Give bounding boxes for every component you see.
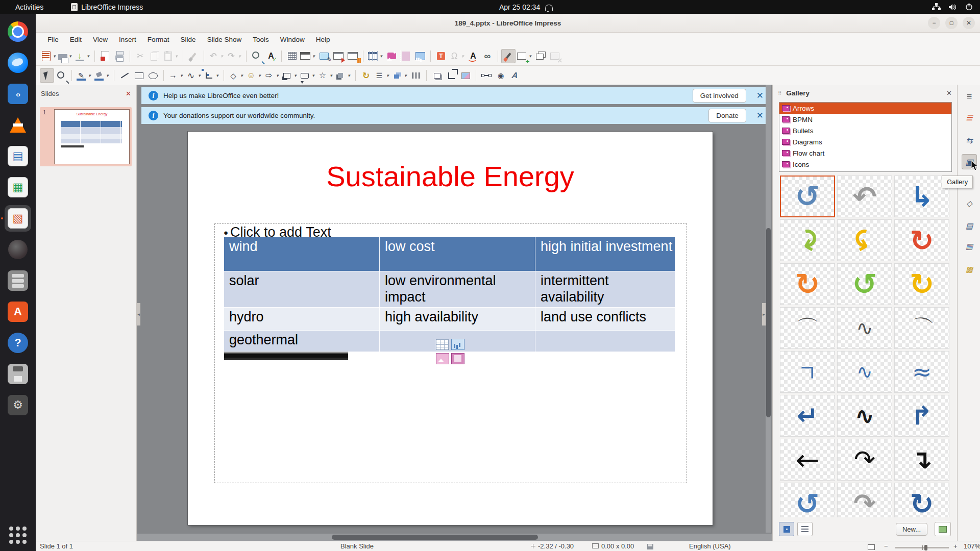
zoom-button[interactable] xyxy=(54,68,68,83)
dock-item-software[interactable]: A xyxy=(5,298,31,325)
paste-dropdown-icon[interactable] xyxy=(174,49,179,63)
list-view-toggle[interactable] xyxy=(797,522,813,536)
gallery-thumbnail[interactable]: ↺ xyxy=(837,263,892,305)
delete-slide-button[interactable] xyxy=(548,49,562,63)
arrange-button[interactable] xyxy=(391,68,409,83)
gluepoints-button[interactable] xyxy=(494,68,508,83)
gallery-thumbnail[interactable]: ≈ xyxy=(894,351,949,393)
start-from-first-slide-button[interactable] xyxy=(331,49,346,63)
status-save-indicator[interactable] xyxy=(647,543,653,551)
menu-file[interactable]: File xyxy=(42,34,64,45)
close-button[interactable]: ✕ xyxy=(963,17,975,29)
master-slide-button[interactable] xyxy=(317,49,331,63)
zoom-out-button[interactable]: − xyxy=(884,542,888,550)
line-color-dropdown-icon[interactable] xyxy=(87,68,92,83)
sidebar-navigator-button[interactable]: ▩ xyxy=(962,262,977,277)
hyperlink-button[interactable] xyxy=(480,49,495,63)
gallery-thumbnail[interactable]: ↻ xyxy=(894,263,949,305)
insert-text-box-button[interactable] xyxy=(434,49,448,63)
zoom-in-button[interactable]: + xyxy=(953,542,958,550)
table-cell[interactable] xyxy=(535,331,675,352)
dock-item-help[interactable]: ? xyxy=(5,330,31,356)
donate-button[interactable]: Donate xyxy=(708,109,746,122)
rotate-button[interactable] xyxy=(359,68,373,83)
insert-chart-button[interactable] xyxy=(413,49,427,63)
gallery-thumbnail[interactable]: ↺ xyxy=(780,176,835,217)
new-document-dropdown-icon[interactable] xyxy=(52,49,57,63)
distribute-button[interactable] xyxy=(409,68,423,83)
embedded-image-strip[interactable] xyxy=(224,352,348,360)
status-language[interactable]: English (USA) xyxy=(689,542,731,550)
get-involved-button[interactable]: Get involved xyxy=(693,89,746,103)
maximize-button[interactable]: ▢ xyxy=(945,17,958,29)
arrange-dropdown-icon[interactable] xyxy=(403,68,408,83)
sidebar-master-slides-button[interactable]: ▤ xyxy=(962,218,977,234)
fontwork-gallery-button[interactable] xyxy=(508,68,522,83)
new-slide-button[interactable] xyxy=(516,49,533,63)
lines-arrows-dropdown-icon[interactable] xyxy=(179,68,184,83)
block-arrows-dropdown-icon[interactable] xyxy=(275,68,280,83)
copy-button[interactable] xyxy=(148,49,162,63)
flowchart-button[interactable] xyxy=(281,68,299,83)
redo-dropdown-icon[interactable] xyxy=(237,49,242,63)
insert-chart-placeholder-icon[interactable] xyxy=(451,339,464,350)
gallery-insert-button[interactable] xyxy=(935,522,951,536)
insert-image-placeholder-icon[interactable] xyxy=(436,353,449,364)
save-button[interactable] xyxy=(74,49,91,63)
slide-thumbnail-item[interactable]: 1 Sustainable Energy xyxy=(40,107,132,166)
gallery-thumbnail[interactable]: ⌒ xyxy=(780,307,835,349)
special-character-dropdown-icon[interactable] xyxy=(460,49,465,63)
titlebar[interactable]: 189_4.pptx - LibreOffice Impress − ▢ ✕ xyxy=(36,14,980,33)
insert-table-placeholder-icon[interactable] xyxy=(436,339,449,350)
gallery-thumbnail[interactable]: ∿ xyxy=(837,395,892,437)
slide-thumbnail[interactable]: Sustainable Energy xyxy=(54,109,130,164)
special-character-button[interactable] xyxy=(448,49,466,63)
horizontal-scrollbar-thumb[interactable] xyxy=(332,535,538,540)
gallery-thumbnail[interactable]: ∿ xyxy=(837,351,892,393)
system-status-area[interactable] xyxy=(932,0,973,14)
gallery-thumbnail[interactable]: ∟ xyxy=(780,351,835,393)
duplicate-slide-button[interactable] xyxy=(533,49,548,63)
gallery-thumbnail[interactable]: ⌒ xyxy=(894,307,949,349)
table-cell[interactable]: low environmental impact xyxy=(380,271,535,308)
status-layout-name[interactable]: Blank Slide xyxy=(340,542,374,550)
menu-view[interactable]: View xyxy=(87,34,113,45)
focused-app-indicator[interactable]: LibreOffice Impress xyxy=(71,3,143,11)
gallery-theme-bullets[interactable]: Bullets xyxy=(779,125,951,136)
fill-color-button[interactable] xyxy=(93,68,111,83)
menu-edit[interactable]: Edit xyxy=(64,34,87,45)
3d-objects-dropdown-icon[interactable] xyxy=(346,68,352,83)
sidebar-settings-button[interactable]: ≡ xyxy=(962,89,977,104)
callouts-dropdown-icon[interactable] xyxy=(310,68,316,83)
zoom-slider-track[interactable] xyxy=(895,547,949,548)
symbol-shapes-button[interactable] xyxy=(245,68,263,83)
show-draw-functions-button[interactable] xyxy=(501,49,516,63)
basic-shapes-button[interactable] xyxy=(227,68,245,83)
insert-table-button[interactable] xyxy=(366,49,384,63)
gallery-thumbnail[interactable]: ↴ xyxy=(894,439,949,481)
open-button[interactable] xyxy=(58,49,74,63)
panel-grip-icon[interactable]: ⠿ xyxy=(778,90,782,96)
menu-slide[interactable]: Slide xyxy=(175,34,202,45)
dock-item-writer[interactable]: ▤ xyxy=(5,143,31,169)
insert-image-button[interactable] xyxy=(384,49,399,63)
dock-item-vlc[interactable] xyxy=(5,112,31,138)
crop-button[interactable] xyxy=(444,68,458,83)
save-dropdown-icon[interactable] xyxy=(85,49,91,63)
gallery-thumbnail[interactable]: ↶ xyxy=(837,219,892,261)
gallery-theme-bpmn[interactable]: BPMN xyxy=(779,114,951,125)
connector-dropdown-icon[interactable] xyxy=(214,68,220,83)
start-from-current-slide-button[interactable] xyxy=(346,49,360,63)
gallery-thumbnail[interactable]: ↵ xyxy=(780,395,835,437)
gallery-thumbnail[interactable]: ↶ xyxy=(837,176,892,217)
menu-format[interactable]: Format xyxy=(142,34,175,45)
align-button[interactable] xyxy=(373,68,391,83)
redo-button[interactable] xyxy=(225,49,243,63)
dock-item-impress-active[interactable]: ▧ xyxy=(5,205,31,232)
export-pdf-button[interactable] xyxy=(98,49,112,63)
align-dropdown-icon[interactable] xyxy=(385,68,390,83)
vertical-scrollbar-thumb[interactable] xyxy=(766,228,771,417)
gallery-thumbnail[interactable]: ← xyxy=(780,439,835,481)
new-document-button[interactable] xyxy=(40,49,58,63)
pane-splitter-right[interactable]: ▸ xyxy=(762,303,766,325)
